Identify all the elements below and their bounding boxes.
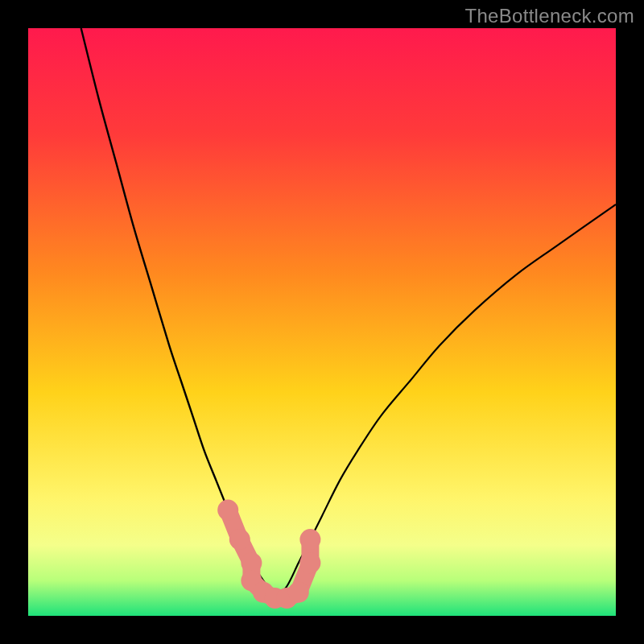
curve-layer xyxy=(28,28,616,616)
marker-dot xyxy=(299,552,320,573)
chart-frame: TheBottleneck.com xyxy=(0,0,644,644)
right-curve xyxy=(275,204,616,598)
marker-dot xyxy=(229,529,250,550)
marker-group xyxy=(217,500,320,609)
left-curve xyxy=(81,28,275,598)
marker-dot xyxy=(217,500,238,521)
marker-dot xyxy=(288,582,309,603)
plot-area xyxy=(28,28,616,616)
marker-dot xyxy=(299,529,320,550)
watermark-text: TheBottleneck.com xyxy=(464,5,634,27)
